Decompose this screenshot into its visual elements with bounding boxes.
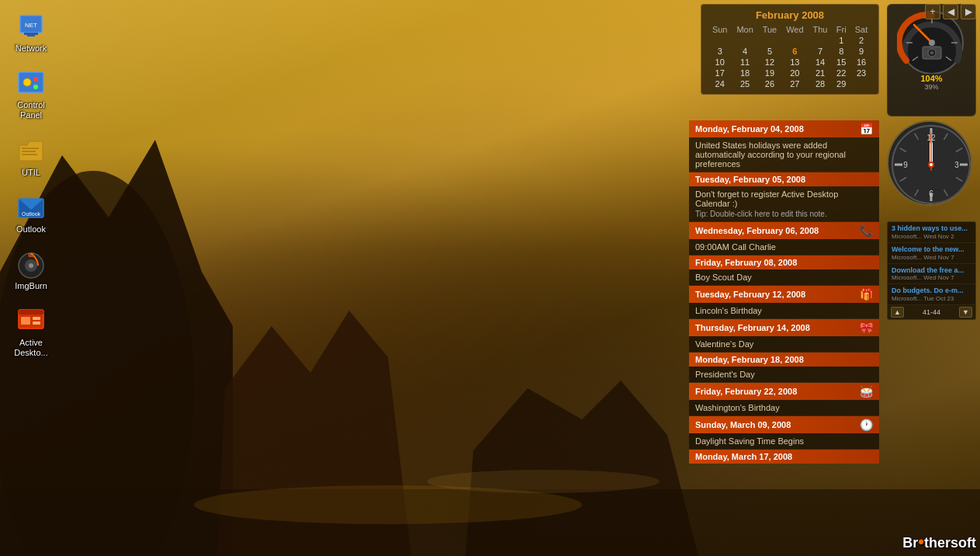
widget-prev-button[interactable]: ◀ [943, 4, 958, 19]
brothersoft-suffix: thersoft [924, 535, 976, 551]
icon-active-desktop[interactable]: Active Deskto... [4, 302, 58, 361]
icon-util[interactable]: UTIL [4, 132, 58, 181]
news-item-meta: Microsoft... Wed Nov 7 [892, 274, 971, 281]
event-text: United States holidays were added automa… [695, 141, 873, 169]
calendar-day[interactable]: 21 [809, 68, 833, 78]
icon-imgburn-label: ImgBurn [15, 281, 47, 291]
event-content[interactable]: Daylight Saving Time Begins [689, 433, 879, 450]
widget-add-button[interactable]: + [925, 4, 940, 19]
svg-text:Outlook: Outlook [22, 211, 41, 217]
calendar-day[interactable]: 11 [732, 57, 757, 68]
news-next-button[interactable]: ▼ [959, 307, 972, 318]
calendar-day[interactable]: 6 [781, 46, 809, 57]
event-date-header[interactable]: Friday, February 22, 2008🥁 [689, 383, 879, 400]
calendar-day[interactable]: 29 [832, 78, 850, 89]
event-text: Don't forget to register Active Desktop … [695, 189, 873, 208]
svg-point-41 [930, 51, 933, 54]
news-prev-button[interactable]: ▲ [891, 307, 904, 318]
calendar-day[interactable]: 26 [758, 78, 781, 89]
svg-rect-29 [33, 317, 40, 320]
calendar-day [781, 35, 809, 46]
imgburn-icon: IB [16, 248, 47, 280]
cal-header-thu: Thu [809, 24, 833, 35]
svg-text:IB: IB [29, 252, 34, 258]
news-item[interactable]: Do budgets. Do e-m...Microsoft... Tue Oc… [888, 284, 975, 305]
calendar-day[interactable]: 10 [708, 57, 732, 68]
svg-rect-16 [22, 148, 39, 149]
event-content[interactable]: 09:00AM Call Charlie [689, 239, 879, 255]
control-panel-icon [16, 68, 47, 99]
icon-outlook[interactable]: Outlook Outlook [4, 189, 58, 238]
icon-network[interactable]: NET Network [4, 8, 58, 57]
calendar-day[interactable]: 8 [832, 46, 850, 57]
news-panel: 3 hidden ways to use...Microsoft... Wed … [887, 221, 976, 320]
event-content[interactable]: President's Day [689, 367, 879, 383]
event-date-text: Friday, February 08, 2008 [695, 258, 797, 267]
news-page-number: 41-44 [923, 308, 940, 316]
calendar-day[interactable]: 18 [732, 68, 757, 78]
calendar-day[interactable]: 12 [758, 57, 781, 68]
event-content[interactable]: Washington's Birthday [689, 400, 879, 416]
event-date-text: Friday, February 22, 2008 [695, 387, 797, 396]
svg-point-24 [29, 263, 33, 268]
calendar-day[interactable]: 22 [832, 68, 850, 78]
calendar-day[interactable]: 28 [809, 78, 833, 89]
news-item[interactable]: Download the free a...Microsoft... Wed N… [888, 264, 975, 285]
event-date-header[interactable]: Tuesday, February 12, 2008🎁 [689, 286, 879, 303]
calendar-day[interactable]: 5 [758, 46, 781, 57]
icon-control-panel-label: Control Panel [7, 100, 55, 120]
event-date-icon: 🕐 [860, 419, 873, 431]
event-content[interactable]: Boy Scout Day [689, 269, 879, 286]
event-date-header[interactable]: Monday, February 04, 2008📅 [689, 120, 879, 137]
event-date-icon: 🥁 [860, 385, 873, 398]
calendar-day[interactable]: 27 [781, 78, 809, 89]
svg-rect-27 [19, 310, 43, 314]
gauge-value: 104% [920, 74, 942, 83]
svg-point-38 [929, 40, 935, 46]
event-content[interactable]: United States holidays were added automa… [689, 137, 879, 172]
event-date-header[interactable]: Friday, February 08, 2008 [689, 255, 879, 269]
calendar-day[interactable]: 19 [758, 68, 781, 78]
event-date-header[interactable]: Monday, March 17, 2008 [689, 450, 879, 464]
calendar-day[interactable]: 4 [732, 46, 757, 57]
calendar-day[interactable]: 24 [708, 78, 732, 89]
event-content[interactable]: Don't forget to register Active Desktop … [689, 186, 879, 222]
event-date-header[interactable]: Sunday, March 09, 2008🕐 [689, 416, 879, 433]
svg-rect-17 [22, 151, 36, 152]
calendar-day[interactable]: 23 [850, 68, 872, 78]
gauge-percent: 39% [924, 83, 938, 91]
event-text: Daylight Saving Time Begins [695, 436, 873, 446]
event-content[interactable]: Lincoln's Birthday [689, 303, 879, 319]
calendar-day[interactable]: 9 [850, 46, 872, 57]
desktop-icons-container: NET Network Control Panel UTIL [0, 0, 58, 370]
calendar-day[interactable]: 7 [809, 46, 833, 57]
event-text: 09:00AM Call Charlie [695, 242, 873, 252]
icon-control-panel[interactable]: Control Panel [4, 64, 58, 123]
news-item[interactable]: Welcome to the new...Microsoft... Wed No… [888, 243, 975, 264]
calendar-day[interactable]: 2 [850, 35, 872, 46]
news-item-meta: Microsoft... Wed Nov 7 [892, 254, 971, 261]
calendar-day[interactable]: 25 [732, 78, 757, 89]
calendar-day[interactable]: 13 [781, 57, 809, 68]
event-date-header[interactable]: Monday, February 18, 2008 [689, 353, 879, 367]
event-date-text: Tuesday, February 05, 2008 [695, 175, 805, 184]
calendar-title: February 2008 [708, 9, 872, 21]
svg-text:6: 6 [929, 189, 933, 198]
calendar-day[interactable]: 15 [832, 57, 850, 68]
calendar-day[interactable]: 16 [850, 57, 872, 68]
icon-imgburn[interactable]: IB ImgBurn [4, 245, 58, 294]
calendar-day[interactable]: 20 [781, 68, 809, 78]
calendar-day [850, 78, 872, 89]
event-date-header[interactable]: Thursday, February 14, 2008🎀 [689, 319, 879, 336]
calendar-day[interactable]: 1 [832, 35, 850, 46]
calendar-day[interactable]: 14 [809, 57, 833, 68]
svg-rect-30 [33, 321, 40, 325]
event-date-header[interactable]: Wednesday, February 06, 2008📞 [689, 222, 879, 239]
calendar-day[interactable]: 17 [708, 68, 732, 78]
calendar-day[interactable]: 3 [708, 46, 732, 57]
event-content[interactable]: Valentine's Day [689, 336, 879, 353]
news-item[interactable]: 3 hidden ways to use...Microsoft... Wed … [888, 222, 975, 243]
widget-next-button[interactable]: ▶ [961, 4, 976, 19]
brothersoft-dot: • [918, 532, 924, 551]
event-date-header[interactable]: Tuesday, February 05, 2008 [689, 172, 879, 186]
